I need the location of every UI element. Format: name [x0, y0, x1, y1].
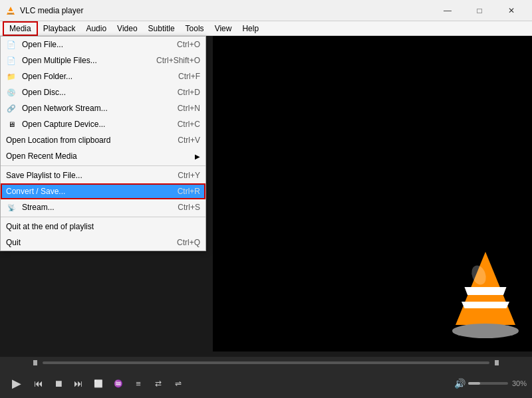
- open-folder-icon: 📁: [6, 71, 17, 82]
- svg-rect-2: [9, 13, 13, 15]
- menu-save-playlist[interactable]: Save Playlist to File... Ctrl+Y: [1, 167, 205, 183]
- minimize-button[interactable]: —: [432, 0, 463, 21]
- app-title: VLC media player: [20, 6, 432, 15]
- app-icon: [5, 5, 16, 16]
- convert-save-label: Convert / Save...: [6, 187, 164, 196]
- volume-icon: 🔊: [454, 378, 466, 389]
- prev-button[interactable]: ⏮: [29, 374, 48, 393]
- menu-open-disc[interactable]: 💿 Open Disc... Ctrl+D: [1, 84, 205, 100]
- menu-item-media[interactable]: Media: [3, 21, 38, 36]
- menu-open-multiple[interactable]: 📄 Open Multiple Files... Ctrl+Shift+O: [1, 52, 205, 68]
- open-file-shortcut: Ctrl+O: [177, 40, 200, 49]
- seek-track[interactable]: [43, 361, 489, 364]
- open-disc-label: Open Disc...: [22, 88, 164, 97]
- menu-item-audio[interactable]: Audio: [80, 21, 112, 36]
- open-multiple-label: Open Multiple Files...: [22, 56, 143, 65]
- aspect-button[interactable]: ⬜: [89, 374, 108, 393]
- close-button[interactable]: ✕: [496, 0, 527, 21]
- repeat-button[interactable]: ⇄: [149, 374, 168, 393]
- menu-item-tools[interactable]: Tools: [180, 21, 209, 36]
- menu-stream[interactable]: 📡 Stream... Ctrl+S: [1, 199, 205, 215]
- open-multiple-shortcut: Ctrl+Shift+O: [156, 56, 200, 65]
- playlist-button[interactable]: ≡: [129, 374, 148, 393]
- menu-item-video[interactable]: Video: [112, 21, 142, 36]
- menu-open-capture[interactable]: 🖥 Open Capture Device... Ctrl+C: [1, 116, 205, 132]
- open-network-icon: 🔗: [6, 103, 17, 114]
- stream-shortcut: Ctrl+S: [178, 203, 200, 212]
- open-location-shortcut: Ctrl+V: [178, 136, 200, 145]
- open-recent-label: Open Recent Media: [6, 151, 190, 161]
- seek-right-marker: [495, 360, 499, 365]
- menu-item-help[interactable]: Help: [237, 21, 264, 36]
- quit-shortcut: Ctrl+Q: [177, 238, 200, 247]
- volume-area: 🔊 30%: [454, 378, 527, 389]
- open-capture-label: Open Capture Device...: [22, 120, 164, 129]
- volume-fill: [468, 382, 480, 385]
- menu-bar: Media Playback Audio Video Subtitle Tool…: [0, 21, 532, 36]
- dropdown-menu: 📄 Open File... Ctrl+O 📄 Open Multiple Fi…: [0, 36, 206, 251]
- open-disc-icon: 💿: [6, 87, 17, 98]
- menu-open-network[interactable]: 🔗 Open Network Stream... Ctrl+N: [1, 100, 205, 116]
- open-file-icon: 📄: [6, 39, 17, 50]
- media-dropdown: 📄 Open File... Ctrl+O 📄 Open Multiple Fi…: [0, 36, 206, 251]
- menu-open-location[interactable]: Open Location from clipboard Ctrl+V: [1, 132, 205, 148]
- open-multiple-icon: 📄: [6, 55, 17, 66]
- open-network-shortcut: Ctrl+N: [178, 104, 200, 113]
- volume-percent: 30%: [512, 379, 527, 387]
- quit-end-label: Quit at the end of playlist: [6, 222, 200, 231]
- open-folder-shortcut: Ctrl+F: [178, 72, 200, 81]
- menu-item-view[interactable]: View: [209, 21, 237, 36]
- open-file-label: Open File...: [22, 40, 164, 49]
- open-capture-icon: 🖥: [6, 119, 17, 130]
- separator-1: [1, 165, 205, 166]
- next-button[interactable]: ⏭: [69, 374, 88, 393]
- stop-button[interactable]: ⏹: [49, 374, 68, 393]
- menu-quit-end[interactable]: Quit at the end of playlist: [1, 219, 205, 235]
- svg-rect-1: [8, 11, 13, 13]
- menu-quit[interactable]: Quit Ctrl+Q: [1, 235, 205, 250]
- random-button[interactable]: ⇌: [169, 374, 188, 393]
- open-location-label: Open Location from clipboard: [6, 136, 164, 145]
- seek-left-marker: [33, 360, 37, 365]
- quit-label: Quit: [6, 238, 164, 247]
- vlc-cone: [452, 252, 519, 338]
- open-capture-shortcut: Ctrl+C: [178, 120, 200, 129]
- menu-item-subtitle[interactable]: Subtitle: [143, 21, 180, 36]
- menu-open-folder[interactable]: 📁 Open Folder... Ctrl+F: [1, 68, 205, 84]
- open-disc-shortcut: Ctrl+D: [178, 88, 200, 97]
- seek-bar-area: [0, 357, 532, 369]
- separator-2: [1, 217, 205, 217]
- title-bar: VLC media player — □ ✕: [0, 0, 532, 21]
- save-playlist-shortcut: Ctrl+Y: [178, 171, 200, 180]
- maximize-button[interactable]: □: [464, 0, 495, 21]
- open-folder-label: Open Folder...: [22, 72, 165, 81]
- controls-bar: ▶ ⏮ ⏹ ⏭ ⬜ ♒ ≡ ⇄ ⇌ 🔊 30%: [0, 369, 532, 398]
- stream-icon: 📡: [6, 202, 17, 213]
- stream-label: Stream...: [22, 203, 164, 212]
- volume-slider[interactable]: [468, 382, 508, 385]
- play-button[interactable]: ▶: [5, 372, 28, 395]
- menu-convert-save[interactable]: Convert / Save... Ctrl+R: [1, 183, 205, 199]
- menu-open-recent[interactable]: Open Recent Media ▶: [1, 148, 205, 164]
- window-controls: — □ ✕: [432, 0, 527, 21]
- menu-open-file[interactable]: 📄 Open File... Ctrl+O: [1, 37, 205, 52]
- equalizer-button[interactable]: ♒: [109, 374, 128, 393]
- open-network-label: Open Network Stream...: [22, 104, 164, 113]
- video-area: [213, 36, 532, 351]
- convert-save-shortcut: Ctrl+R: [178, 187, 200, 196]
- open-recent-arrow: ▶: [195, 153, 200, 160]
- menu-item-playback[interactable]: Playback: [38, 21, 81, 36]
- save-playlist-label: Save Playlist to File...: [6, 171, 164, 180]
